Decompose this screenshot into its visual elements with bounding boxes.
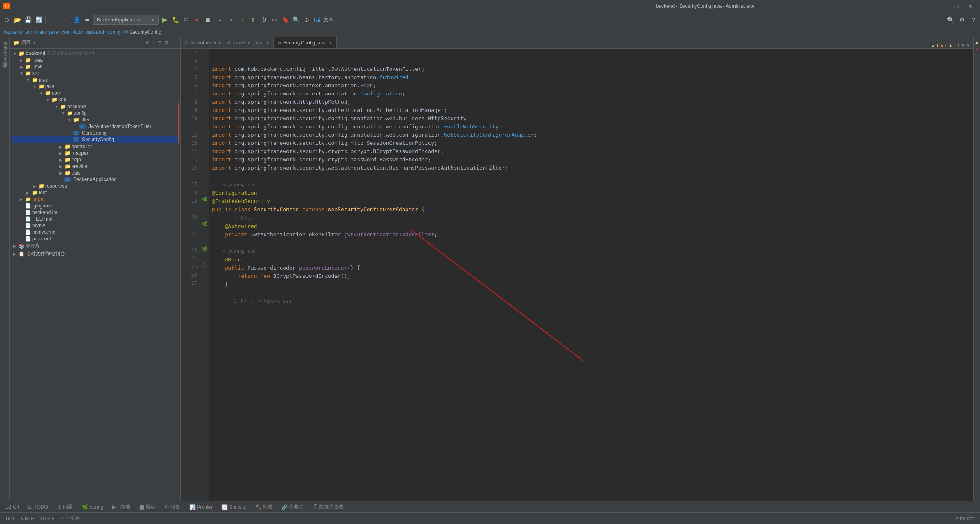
tab-breakpoints[interactable]: ⬤ 断点 xyxy=(135,503,160,512)
code-editor[interactable]: import com.kob.backend.config.filter.Jwt… xyxy=(209,49,973,501)
tab-services[interactable]: ⚙ 服务 xyxy=(161,503,184,512)
panel-icon-minus[interactable]: — xyxy=(170,40,177,46)
git-push-button[interactable]: ↑ xyxy=(237,15,247,25)
git-pull-button[interactable]: ⇑ xyxy=(248,15,258,25)
status-position[interactable]: 16:1 xyxy=(3,516,16,522)
tree-item-com[interactable]: ▼ 📁 com xyxy=(10,90,180,96)
tree-item-config[interactable]: ▼ 📁 config xyxy=(12,110,178,116)
translate-button[interactable]: 文A xyxy=(323,15,333,25)
status-line-sep[interactable]: CRLF xyxy=(19,516,35,522)
panel-dropdown-icon[interactable]: ▼ xyxy=(33,40,37,45)
tree-item-resources[interactable]: ▶ 📁 resources xyxy=(10,183,180,189)
stop2-button[interactable]: ⏹ xyxy=(203,15,212,25)
status-branch[interactable]: ⎇ master xyxy=(951,516,977,522)
tree-item-gitignore[interactable]: ▶ 📄 .gitignore xyxy=(10,203,180,209)
tree-item-scratch[interactable]: ▶ 📋 临时文件和控制台 xyxy=(10,250,180,258)
tree-item-backend[interactable]: ▼ 📁 backend xyxy=(12,103,178,110)
breadcrumb-kob[interactable]: kob xyxy=(74,29,82,35)
tree-item-backend-root[interactable]: ▼ 📁 backend F:\Code\kob\backend xyxy=(10,50,180,57)
tab-problems[interactable]: ⚠ 问题 xyxy=(53,503,77,512)
tree-item-cors[interactable]: ▶ C CorsConfig xyxy=(12,130,178,136)
breadcrumb-config[interactable]: config xyxy=(107,29,121,35)
breadcrumb-com[interactable]: com xyxy=(61,29,71,35)
tree-item-help[interactable]: ▶ 📄 HELP.md xyxy=(10,216,180,222)
tree-item-mvnw[interactable]: ▶ 📄 mvnw xyxy=(10,222,180,229)
save-button[interactable]: 💾 xyxy=(23,15,33,25)
vertical-tab-bookmarks[interactable]: Bookmarks xyxy=(1,39,9,68)
tree-item-jwt[interactable]: ▶ C JwtAuthenticationTokenFilter xyxy=(12,123,178,130)
tab-build[interactable]: 🔨 构建 xyxy=(251,503,277,512)
warning-down-icon[interactable]: ∨ xyxy=(966,42,970,48)
bookmark-button[interactable]: 🔖 xyxy=(280,15,290,25)
tab-git[interactable]: ⎇ Git xyxy=(2,503,23,512)
tree-item-kob[interactable]: ▼ 📁 kob xyxy=(10,96,180,103)
run-config-dropdown[interactable]: BackendApplication ▼ xyxy=(93,15,159,25)
warning-up-icon[interactable]: ∧ xyxy=(961,42,965,48)
tab-security-close[interactable]: ✕ xyxy=(329,41,332,45)
tree-item-test[interactable]: ▶ 📁 test xyxy=(10,189,180,196)
no-tests-button[interactable]: ⊘ xyxy=(302,15,312,25)
find-usages-button[interactable]: 🔍 xyxy=(291,15,301,25)
tree-item-src[interactable]: ▼ 📁 src xyxy=(10,70,180,77)
tree-item-security[interactable]: ▶ C SecurityConfig xyxy=(12,136,178,143)
tab-terminal[interactable]: ▶_ 终端 xyxy=(108,503,134,512)
tab-db[interactable]: 🗄 数据库更改 xyxy=(309,503,348,512)
git-update-button[interactable]: ✓ xyxy=(216,15,226,25)
git-history-button[interactable]: ⏱ xyxy=(259,15,269,25)
git-rollback-button[interactable]: ↩ xyxy=(270,15,279,25)
tab-jwt-close[interactable]: ✕ xyxy=(266,41,269,45)
coverage-button[interactable]: 🛡 xyxy=(181,15,191,25)
new-file-button[interactable]: ⬡ xyxy=(2,15,12,25)
panel-icon-collapse[interactable]: ≡ xyxy=(151,40,156,46)
panel-icon-add[interactable]: ⊕ xyxy=(145,40,151,46)
close-button[interactable]: ✕ xyxy=(964,2,977,10)
tree-item-java[interactable]: ▼ 📁 java xyxy=(10,83,180,90)
debug-button[interactable]: 🐛 xyxy=(170,15,180,25)
panel-icon-gear[interactable]: ⚙ xyxy=(163,40,170,46)
sync-button[interactable]: 🔄 xyxy=(34,15,44,25)
status-indent[interactable]: 4 个空格 xyxy=(60,515,82,522)
tree-item-idea[interactable]: ▶ 📁 .idea xyxy=(10,57,180,63)
tree-item-controller[interactable]: ▶ 📁 controller xyxy=(10,143,180,150)
cursor-back-button[interactable]: ⬅ xyxy=(82,15,92,25)
breadcrumb-java[interactable]: java xyxy=(49,29,58,35)
back-button[interactable]: ← xyxy=(47,15,57,25)
vertical-tab-structure[interactable]: 结构 xyxy=(0,68,9,75)
tree-item-service[interactable]: ▶ 📁 service xyxy=(10,163,180,170)
tree-item-pojo[interactable]: ▶ 📁 pojo xyxy=(10,156,180,163)
tree-item-backendiml[interactable]: ▶ 📄 backend.iml xyxy=(10,209,180,216)
tree-item-mvnwcmd[interactable]: ▶ 📄 mvnw.cmd xyxy=(10,229,180,235)
tab-statistic[interactable]: 📈 Statistic xyxy=(217,503,250,512)
open-button[interactable]: 📂 xyxy=(12,15,22,25)
breadcrumb-file[interactable]: SecurityConfig xyxy=(129,29,161,35)
help-button[interactable]: ? xyxy=(968,15,978,25)
minimize-button[interactable]: — xyxy=(936,2,949,10)
tree-item-pom[interactable]: ▶ 📄 pom.xml xyxy=(10,235,180,242)
tree-item-main[interactable]: ▼ 📁 main xyxy=(10,77,180,83)
breadcrumb-main[interactable]: main xyxy=(35,29,46,35)
tree-item-utils[interactable]: ▶ 📁 utils xyxy=(10,170,180,176)
settings-button[interactable]: ⚙ xyxy=(957,15,967,25)
tail-button[interactable]: Tail xyxy=(312,15,322,25)
maximize-button[interactable]: □ xyxy=(950,2,963,10)
tab-spring[interactable]: 🌿 Spring xyxy=(78,503,108,512)
tab-jwt[interactable]: C JwtAuthenticationTokenFilter.java ✕ xyxy=(181,37,274,48)
tree-item-mvn[interactable]: ▶ 📁 .mvn xyxy=(10,63,180,70)
tree-item-filter[interactable]: ▼ 📁 filter xyxy=(12,116,178,123)
forward-button[interactable]: → xyxy=(58,15,68,25)
run-button[interactable]: ▶ xyxy=(160,15,170,25)
tree-item-target[interactable]: ▶ 📁 target xyxy=(10,196,180,203)
git-commit-button[interactable]: ✓ xyxy=(227,15,237,25)
tree-item-backendapp[interactable]: ▶ C BackendApplication xyxy=(10,176,180,183)
stop-button[interactable]: ■ xyxy=(192,15,202,25)
breadcrumb-backend[interactable]: backend xyxy=(3,29,22,35)
tree-item-mapper[interactable]: ▶ 📁 mapper xyxy=(10,150,180,156)
breadcrumb-backend2[interactable]: backend xyxy=(85,29,104,35)
tree-item-external[interactable]: ▶ 📚 外部库 xyxy=(10,242,180,250)
panel-icon-settings[interactable]: ⊟ xyxy=(157,40,163,46)
window-controls[interactable]: — □ ✕ xyxy=(936,2,977,10)
search-everywhere-button[interactable]: 🔍 xyxy=(945,15,955,25)
tab-deps[interactable]: 🔗 依赖项 xyxy=(277,503,308,512)
tab-todo[interactable]: ☑ TODO xyxy=(24,503,52,512)
breadcrumb-src[interactable]: src xyxy=(25,29,32,35)
